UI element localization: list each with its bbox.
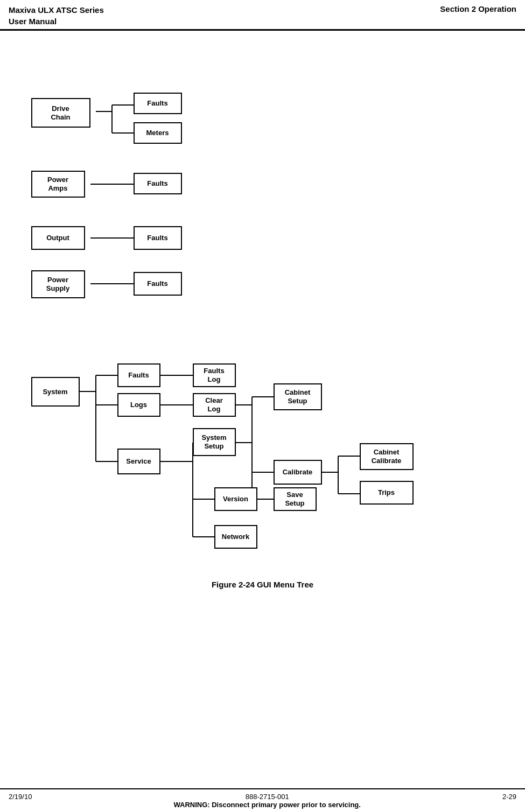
drive-chain-box: DriveChain xyxy=(31,98,90,128)
cabinet-setup-box: CabinetSetup xyxy=(274,383,322,410)
document-title: Maxiva ULX ATSC Series User Manual xyxy=(9,4,104,27)
pa-faults-box: Faults xyxy=(134,173,182,194)
trips-box: Trips xyxy=(360,481,414,505)
cabinet-calibrate-box: CabinetCalibrate xyxy=(360,443,414,470)
system-box: System xyxy=(31,377,80,407)
save-setup-box: SaveSetup xyxy=(274,487,317,511)
faults-log-box: FaultsLog xyxy=(193,363,236,387)
ps-faults-box: Faults xyxy=(134,272,182,296)
footer-warning: WARNING: Disconnect primary power prior … xyxy=(32,801,502,809)
footer-date: 2/19/10 xyxy=(9,793,32,801)
footer-page: 2-29 xyxy=(502,793,516,801)
main-content: DriveChain Faults Meters PowerAmps Fault… xyxy=(0,31,525,564)
network-box: Network xyxy=(214,525,257,549)
section-title: Section 2 Operation xyxy=(440,4,516,13)
system-setup-box: SystemSetup xyxy=(193,428,236,456)
footer-center: 888-2715-001 WARNING: Disconnect primary… xyxy=(32,793,502,809)
connector-lines xyxy=(20,68,505,553)
footer-part-number: 888-2715-001 xyxy=(32,793,502,801)
output-faults-box: Faults xyxy=(134,226,182,250)
logs-box: Logs xyxy=(117,393,160,417)
calibrate-box: Calibrate xyxy=(274,460,322,485)
clear-log-box: ClearLog xyxy=(193,393,236,417)
version-box: Version xyxy=(214,487,257,511)
output-box: Output xyxy=(31,226,85,250)
page-footer: 2/19/10 888-2715-001 WARNING: Disconnect… xyxy=(0,788,525,812)
power-amps-box: PowerAmps xyxy=(31,171,85,198)
power-supply-box: PowerSupply xyxy=(31,270,85,298)
dc-meters-box: Meters xyxy=(134,122,182,144)
service-box: Service xyxy=(117,449,160,474)
diagram-container: DriveChain Faults Meters PowerAmps Fault… xyxy=(20,68,505,553)
figure-caption: Figure 2-24 GUI Menu Tree xyxy=(20,575,505,589)
page-header: Maxiva ULX ATSC Series User Manual Secti… xyxy=(0,0,525,31)
dc-faults-box: Faults xyxy=(134,93,182,114)
sys-faults-box: Faults xyxy=(117,363,160,387)
